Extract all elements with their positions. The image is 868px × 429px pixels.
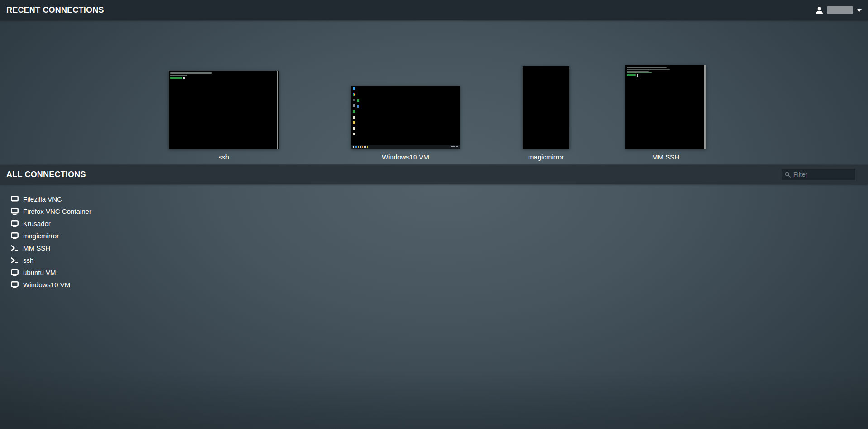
connection-list-item-ubuntu-vm[interactable]: ubuntu VM	[11, 266, 62, 279]
connection-list-item-krusader[interactable]: Krusader	[11, 217, 56, 230]
recent-connection-ssh[interactable]: ssh	[169, 71, 279, 161]
terminal-icon	[11, 257, 19, 264]
connection-name: Windows10 VM	[23, 281, 70, 289]
monitor-icon	[11, 232, 19, 239]
desktop-icon	[353, 110, 355, 113]
connection-list: Filezilla VNCFirefox VNC ContainerKrusad…	[0, 184, 97, 291]
connection-label: magicmirror	[528, 153, 564, 161]
monitor-icon	[11, 220, 19, 227]
desktop-icon	[353, 99, 355, 101]
connection-label: ssh	[219, 153, 229, 161]
connection-list-item-magicmirror[interactable]: magicmirror	[11, 230, 64, 242]
connection-name: Firefox VNC Container	[23, 207, 91, 215]
connection-name: ubuntu VM	[23, 269, 56, 276]
desktop-icon	[353, 121, 355, 124]
all-connections-bar: ALL CONNECTIONS	[0, 164, 868, 184]
connection-thumbnail[interactable]	[169, 71, 279, 149]
connection-thumbnail[interactable]	[625, 65, 706, 149]
terminal-text-line	[627, 71, 649, 72]
monitor-icon	[11, 269, 19, 276]
taskbar-tray	[451, 146, 458, 147]
terminal-scrollbar	[277, 71, 278, 149]
terminal-text-line	[170, 77, 182, 79]
connection-name: magicmirror	[23, 232, 59, 240]
connection-label: MM SSH	[652, 153, 679, 161]
connection-name: Krusader	[23, 220, 51, 227]
username-redacted	[827, 6, 853, 14]
top-bar: RECENT CONNECTIONS	[0, 0, 868, 20]
monitor-icon	[11, 208, 19, 215]
all-connections-title: ALL CONNECTIONS	[6, 170, 86, 179]
monitor-icon	[11, 196, 19, 202]
recent-connection-windows10-vm[interactable]: Windows10 VM	[351, 86, 460, 161]
caret-down-icon	[857, 9, 862, 12]
connection-list-item-firefox-vnc-container[interactable]: Firefox VNC Container	[11, 205, 97, 217]
monitor-icon	[11, 281, 19, 288]
terminal-cursor	[183, 77, 185, 79]
recent-connection-magicmirror[interactable]: magicmirror	[523, 66, 569, 161]
desktop-icon	[353, 133, 355, 135]
connection-list-item-mm-ssh[interactable]: MM SSH	[11, 242, 56, 254]
terminal-cursor	[637, 74, 638, 77]
search-icon	[785, 172, 791, 178]
terminal-text-line	[627, 74, 636, 76]
connection-name: MM SSH	[23, 244, 50, 252]
desktop-icon	[357, 99, 359, 102]
connection-list-item-windows10-vm[interactable]: Windows10 VM	[11, 279, 76, 291]
recent-connection-mm-ssh[interactable]: MM SSH	[625, 65, 706, 161]
terminal-icon	[11, 245, 19, 251]
taskbar	[351, 145, 460, 149]
terminal-text-line	[170, 75, 187, 76]
filter-input[interactable]	[793, 171, 852, 178]
terminal-text-line	[627, 67, 667, 68]
terminal-text-line	[627, 72, 652, 73]
connection-thumbnail[interactable]	[523, 66, 569, 149]
connection-list-item-filezilla-vnc[interactable]: Filezilla VNC	[11, 193, 67, 205]
connection-label: Windows10 VM	[382, 153, 429, 161]
user-menu-button[interactable]	[815, 5, 862, 15]
connection-name: Filezilla VNC	[23, 195, 62, 203]
connection-list-item-ssh[interactable]: ssh	[11, 254, 39, 266]
desktop-icon	[353, 93, 355, 96]
desktop-icon	[353, 116, 355, 119]
user-icon	[815, 5, 824, 15]
desktop-icon	[353, 104, 355, 107]
connection-name: ssh	[23, 256, 33, 264]
recent-connections-section: sshWindows10 VMmagicmirrorMM SSH	[0, 20, 868, 164]
filter-box	[782, 169, 855, 180]
recent-connections-title: RECENT CONNECTIONS	[6, 5, 104, 15]
terminal-text-line	[170, 72, 212, 74]
desktop-icon	[357, 105, 359, 108]
connection-thumbnail[interactable]	[351, 86, 460, 149]
desktop-icon	[353, 127, 355, 130]
terminal-scrollbar	[704, 65, 706, 149]
taskbar-icons	[353, 146, 368, 148]
desktop-icon	[353, 87, 355, 90]
terminal-text-line	[627, 69, 670, 70]
